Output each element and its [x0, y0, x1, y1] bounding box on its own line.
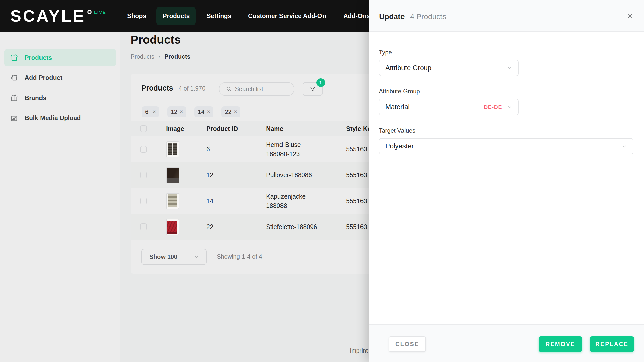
- attribute-group-select[interactable]: Material DE-DE: [379, 99, 519, 115]
- drawer-title: Update: [379, 12, 405, 21]
- sidebar-item-bulk-media-upload[interactable]: Bulk Media Upload: [4, 109, 116, 127]
- search-input[interactable]: Search list: [219, 82, 294, 96]
- chevron-down-icon: [507, 65, 513, 71]
- page-title: Products: [131, 33, 181, 47]
- nav-customer-service-addon[interactable]: Customer Service Add-On: [248, 0, 326, 32]
- filter-chip[interactable]: 14✕: [194, 106, 214, 117]
- row-checkbox[interactable]: [140, 172, 147, 178]
- chevron-down-icon: [621, 143, 627, 149]
- row-checkbox[interactable]: [140, 198, 147, 204]
- chip-remove-icon[interactable]: ✕: [207, 109, 210, 115]
- type-label: Type: [379, 49, 392, 56]
- breadcrumb-chevron-icon: ›: [158, 53, 160, 60]
- chevron-down-icon: [507, 104, 513, 110]
- product-thumbnail: [166, 193, 179, 209]
- row-checkbox[interactable]: [140, 223, 147, 230]
- filter-chip[interactable]: 12✕: [167, 106, 186, 117]
- card-title: Products: [141, 84, 173, 92]
- tshirt-icon: [10, 54, 18, 62]
- sidebar-item-label: Brands: [25, 94, 46, 102]
- replace-button[interactable]: REPLACE: [590, 336, 634, 352]
- card-count: 4 of 1,970: [179, 85, 206, 92]
- sidebar-item-brands[interactable]: Brands: [4, 89, 116, 107]
- tshirt-plus-icon: [10, 74, 18, 82]
- image-upload-icon: [10, 114, 18, 122]
- sidebar-item-label: Bulk Media Upload: [25, 114, 81, 122]
- search-placeholder: Search list: [235, 85, 263, 93]
- filter-count-badge: 1: [316, 78, 325, 87]
- sidebar-item-label: Add Product: [25, 74, 62, 81]
- sidebar: Products Add Product Brands Bulk Media U…: [0, 32, 120, 362]
- product-thumbnail: [166, 141, 179, 157]
- drawer-header: Update 4 Products: [369, 0, 644, 32]
- col-header-image: Image: [166, 125, 206, 132]
- chip-remove-icon[interactable]: ✕: [152, 109, 156, 115]
- drawer-footer: CLOSE REMOVE REPLACE: [369, 324, 644, 362]
- locale-badge: DE-DE: [484, 104, 502, 110]
- chip-remove-icon[interactable]: ✕: [234, 109, 237, 115]
- sidebar-item-label: Products: [25, 54, 52, 61]
- select-all-checkbox[interactable]: [140, 125, 147, 132]
- target-values-select[interactable]: Polyester: [379, 138, 633, 154]
- row-checkbox[interactable]: [140, 146, 147, 153]
- drawer-subtitle: 4 Products: [410, 12, 446, 21]
- product-thumbnail: [166, 219, 179, 235]
- sidebar-item-add-product[interactable]: Add Product: [4, 69, 116, 86]
- search-icon: [226, 86, 232, 92]
- filter-chip[interactable]: 22✕: [221, 106, 240, 117]
- close-button[interactable]: CLOSE: [389, 336, 426, 352]
- close-icon[interactable]: [626, 12, 634, 20]
- nav-products[interactable]: Products: [156, 7, 196, 25]
- chevron-down-icon: [194, 254, 199, 260]
- col-header-product-id: Product ID: [206, 125, 266, 132]
- filter-chip[interactable]: 6✕: [142, 106, 159, 117]
- update-products-drawer: Update 4 Products Type Attribute Group A…: [369, 0, 644, 362]
- filter-icon: [309, 86, 316, 92]
- type-select[interactable]: Attribute Group: [379, 60, 519, 76]
- sidebar-item-products[interactable]: Products: [4, 49, 116, 66]
- nav-addons[interactable]: Add-Ons: [343, 0, 370, 32]
- breadcrumb-current: Products: [164, 53, 190, 60]
- nav-settings[interactable]: Settings: [207, 0, 231, 32]
- imprint-link[interactable]: Imprint: [350, 347, 368, 354]
- product-thumbnail: [166, 167, 179, 183]
- attribute-group-label: Attribute Group: [379, 88, 420, 95]
- breadcrumb: Products › Products: [131, 53, 190, 60]
- col-header-name: Name: [266, 125, 346, 132]
- target-values-label: Target Values: [379, 127, 415, 134]
- page-size-select[interactable]: Show 100: [141, 249, 207, 265]
- drawer-body: Type Attribute Group Attribute Group Mat…: [369, 32, 644, 324]
- filter-chips: 6✕ 12✕ 14✕ 22✕: [142, 106, 240, 117]
- breadcrumb-parent[interactable]: Products: [131, 53, 154, 60]
- remove-button[interactable]: REMOVE: [539, 336, 582, 352]
- nav-shops[interactable]: Shops: [127, 0, 146, 32]
- showing-label: Showing 1-4 of 4: [217, 253, 262, 260]
- gift-icon: [10, 94, 18, 102]
- chip-remove-icon[interactable]: ✕: [180, 109, 183, 115]
